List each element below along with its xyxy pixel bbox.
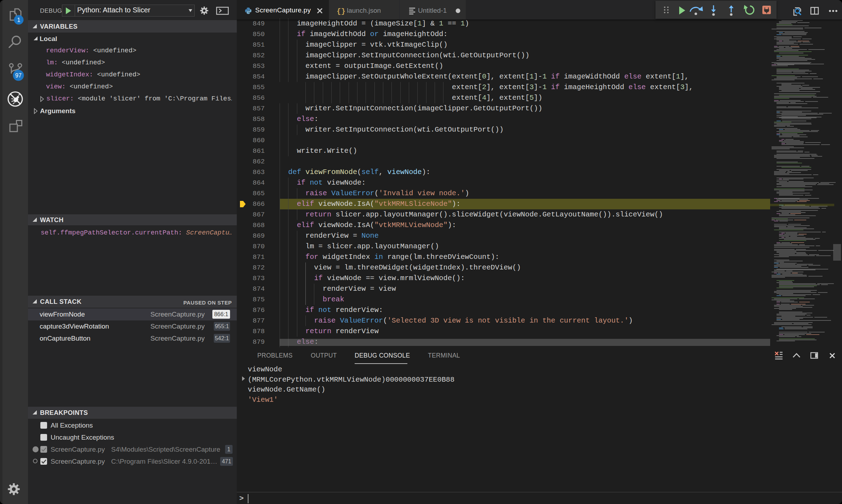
svg-text:1: 1 <box>17 17 21 23</box>
svg-text:{}: {} <box>337 7 345 16</box>
svg-text:97: 97 <box>15 73 22 79</box>
